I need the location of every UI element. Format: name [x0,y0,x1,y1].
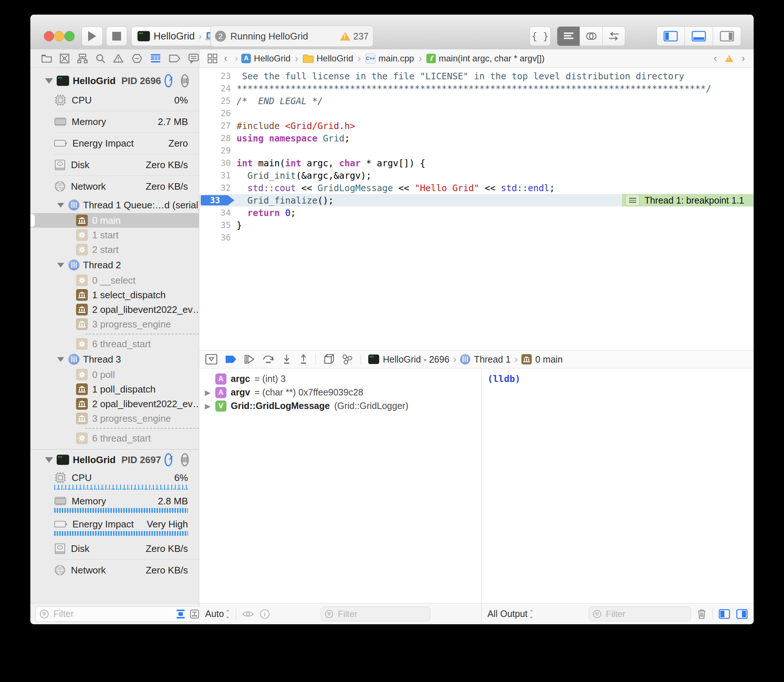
thread-row[interactable]: Thread 1 Queue:…d (serial) [30,197,199,213]
show-crashed-only-icon[interactable] [189,609,200,619]
step-over-button[interactable] [262,354,275,365]
stat-row-disk[interactable]: Disk Zero KB/s [30,538,199,559]
line-number[interactable]: 34 [199,208,236,217]
stat-row-memory[interactable]: Memory 2.7 MB [30,111,199,132]
memory-graph-button[interactable] [342,354,353,365]
stack-frame-row[interactable]: 1 poll_dispatch [30,382,199,397]
toggle-inspector-button[interactable] [713,27,741,46]
breadcrumb-folder[interactable]: HelloGrid [317,53,353,64]
breakpoint-annotation[interactable]: Thread 1: breakpoint 1.1 [622,194,754,207]
project-navigator-icon[interactable] [42,53,52,64]
trash-icon[interactable] [697,609,706,620]
code-line[interactable]: 36 [199,231,754,244]
line-number[interactable]: 32 [199,183,236,193]
step-out-button[interactable] [299,354,308,365]
line-number[interactable]: 23 [199,71,236,81]
output-scope-popup-button[interactable]: All Output⌃⌃ [487,609,533,619]
line-number[interactable]: 25 [199,96,236,106]
line-number[interactable]: 28 [199,134,236,143]
disclosure-triangle-icon[interactable] [57,203,64,207]
hide-debug-area-button[interactable] [205,354,217,365]
next-issue-button[interactable]: › [742,53,745,64]
disclosure-triangle-icon[interactable] [57,263,64,268]
code-line[interactable]: 31 Grid_init(&argc,&argv); [199,169,754,182]
disclosure-triangle-icon[interactable] [57,357,64,362]
go-forward-button[interactable]: › [235,53,238,64]
show-console-view-button[interactable] [736,609,748,619]
stack-frame-row[interactable]: 2 opal_libevent2022_ev… [30,397,199,411]
run-button[interactable] [81,26,103,46]
related-items-icon[interactable] [208,53,217,64]
gauge-view-button[interactable] [164,453,172,466]
stat-row-network[interactable]: Network Zero KB/s [30,176,199,197]
navigator-filter-input[interactable] [53,608,172,620]
stat-row-energy[interactable]: Energy Impact Zero [30,133,199,154]
thread-row[interactable]: Thread 2 [30,257,199,273]
code-line[interactable]: 26 [199,107,754,120]
source-control-navigator-icon[interactable] [60,53,69,64]
code-line[interactable]: 27#include <Grid/Grid.h> [199,120,754,132]
variable-row[interactable]: ▶ V Grid::GridLogMessage (Grid::GridLogg… [199,399,481,413]
debug-view-hierarchy-button[interactable] [323,354,334,365]
go-back-button[interactable]: ‹ [224,53,227,64]
toggle-debug-area-button[interactable] [685,27,713,46]
step-into-button[interactable] [282,354,291,365]
stat-row-memory[interactable]: Memory 2.8 MB [30,492,199,510]
warning-icon[interactable] [725,55,733,62]
variable-row[interactable]: ▶ A argv = (char **) 0x7ffee9039c28 [199,386,481,399]
breakpoint-arrow-badge[interactable]: 33 [201,195,235,206]
debug-crumb-frame[interactable]: 0 main [535,354,563,365]
stack-frame-row[interactable]: 6 thread_start [30,336,199,351]
toggle-navigator-button[interactable] [657,27,685,46]
code-snippets-button[interactable]: { } [530,26,551,46]
debug-description-icon[interactable] [626,195,640,206]
stack-frame-row[interactable]: 0 poll [30,367,199,382]
zoom-window-button[interactable] [64,31,75,41]
line-number[interactable]: 24 [199,84,236,93]
process-row[interactable]: HelloGridPID 2696 [30,72,199,89]
code-line[interactable]: 23 See the full license in the file "LIC… [199,70,754,82]
disclosure-triangle-icon[interactable] [45,457,53,463]
code-line[interactable]: 29 [199,144,754,157]
stop-button[interactable] [106,26,127,46]
assistant-editor-button[interactable] [580,27,603,46]
report-navigator-icon[interactable] [188,53,199,64]
process-row[interactable]: HelloGridPID 2697 [30,451,199,468]
scope-popup-button[interactable]: Auto⌃⌃ [205,609,230,619]
standard-editor-button[interactable] [557,27,580,46]
show-variables-view-button[interactable] [719,609,730,619]
find-navigator-icon[interactable] [96,53,105,64]
variables-filter-field[interactable] [321,607,430,621]
line-number[interactable]: 30 [199,158,236,168]
line-number[interactable]: 29 [199,146,236,155]
minimize-window-button[interactable] [54,31,64,41]
disclosure-triangle-icon[interactable]: ▶ [204,388,211,397]
variables-filter-input[interactable] [337,609,426,620]
stack-frame-row[interactable]: 2 start [30,242,199,257]
console-filter-field[interactable] [589,607,691,621]
symbol-navigator-icon[interactable] [77,53,88,64]
stack-frame-row[interactable]: 2 opal_libevent2022_ev… [30,302,199,317]
info-icon[interactable] [260,609,270,619]
console-filter-input[interactable] [605,609,687,620]
variable-row[interactable]: A argc = (int) 3 [199,372,481,386]
navigator-filter-field[interactable] [35,606,218,622]
stack-frame-row[interactable]: 1 select_dispatch [30,288,199,302]
column-view-button[interactable] [181,453,189,466]
stat-row-network[interactable]: Network Zero KB/s [30,559,199,581]
code-area[interactable]: 23 See the full license in the file "LIC… [199,68,754,244]
line-number[interactable]: 31 [199,170,236,180]
code-line[interactable]: 28using namespace Grid; [199,132,754,144]
show-paused-only-icon[interactable] [176,609,186,619]
warning-count[interactable]: 237 [353,31,369,41]
console-view[interactable]: (lldb) All Output⌃⌃ [482,368,754,624]
breakpoint-navigator-icon[interactable] [169,54,180,63]
code-line[interactable]: 25/* END LEGAL */ [199,95,754,107]
code-line[interactable]: 32 std::cout << GridLogMessage << "Hello… [199,182,754,194]
stat-row-cpu[interactable]: CPU 0% [30,89,199,111]
breadcrumb-symbol[interactable]: main(int argc, char * argv[]) [439,53,544,64]
stack-frame-row[interactable]: 0 main [30,213,199,228]
code-line[interactable]: 24**************************************… [199,82,754,95]
disclosure-triangle-icon[interactable] [45,78,53,84]
activity-viewer[interactable]: 2 Running HelloGrid 237 [210,25,374,47]
